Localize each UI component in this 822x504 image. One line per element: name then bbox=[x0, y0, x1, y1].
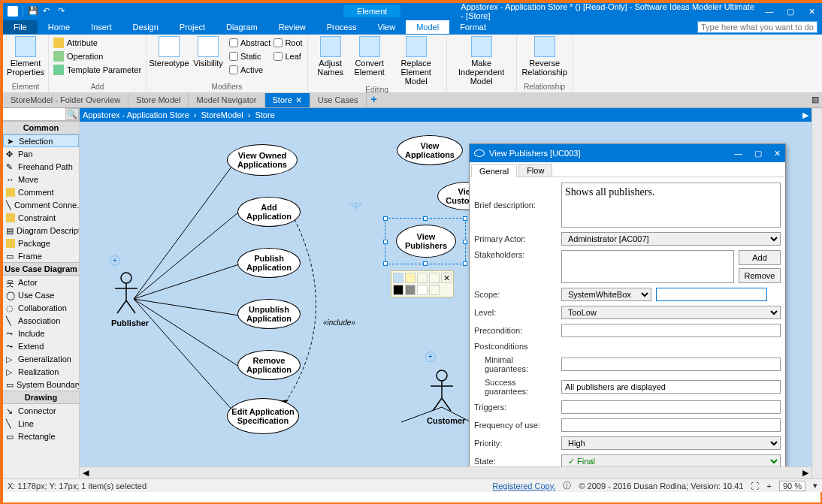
qat-icon-app[interactable] bbox=[8, 6, 18, 17]
ribbon-chk-active[interactable]: Active bbox=[229, 63, 270, 77]
close-icon[interactable]: ✕ bbox=[295, 95, 302, 104]
brief-desc-input[interactable]: Shows all publishers. bbox=[561, 183, 781, 228]
toolbox-header-drawing[interactable]: Drawing bbox=[3, 391, 79, 404]
doc-tabs-overflow-icon[interactable]: ▥ bbox=[811, 95, 819, 104]
doc-tab-model-navigator[interactable]: Model Navigator bbox=[189, 93, 264, 107]
menu-review[interactable]: Review bbox=[268, 20, 316, 34]
panel-maximize[interactable]: ▢ bbox=[754, 149, 762, 158]
min-guarantees-input[interactable] bbox=[561, 358, 781, 371]
menu-project[interactable]: Project bbox=[169, 20, 216, 34]
menu-process[interactable]: Process bbox=[316, 20, 367, 34]
ribbon-reverse-relationship[interactable]: Reverse Relationship bbox=[521, 36, 568, 77]
toolbox-search-input[interactable] bbox=[3, 108, 65, 120]
vscroll[interactable] bbox=[811, 108, 822, 478]
ribbon-chk-leaf[interactable]: Leaf bbox=[273, 50, 302, 63]
stakeholders-remove-button[interactable]: Remove bbox=[739, 268, 781, 283]
menu-model[interactable]: Model bbox=[406, 20, 449, 34]
tool-comment-conn[interactable]: ╲Comment Conne.. bbox=[3, 198, 79, 211]
tool-include[interactable]: ⤳Include bbox=[3, 327, 79, 340]
ribbon-replace-model[interactable]: Replace Element Model bbox=[391, 36, 442, 86]
tool-extend[interactable]: ⤳Extend bbox=[3, 340, 79, 352]
panel-tab-flow[interactable]: Flow bbox=[518, 164, 552, 177]
ribbon-convert-element[interactable]: Convert Element bbox=[352, 36, 388, 86]
tool-pan[interactable]: ✥Pan bbox=[3, 147, 79, 160]
tool-usecase[interactable]: ◯Use Case bbox=[3, 288, 79, 301]
ribbon-attribute[interactable]: Attribute bbox=[53, 36, 141, 50]
window-minimize[interactable]: — bbox=[759, 7, 780, 17]
tool-package[interactable]: Package bbox=[3, 237, 79, 249]
state-select[interactable]: ✓ Final bbox=[561, 454, 781, 466]
doc-tab-add-button[interactable]: + bbox=[367, 93, 382, 107]
diagram-canvas[interactable]: + + Publisher Customer View Applications… bbox=[80, 122, 811, 466]
stakeholders-list[interactable] bbox=[561, 250, 734, 283]
uc-add-app[interactable]: Add Application bbox=[237, 197, 301, 227]
tool-collab[interactable]: ◌Collaboration bbox=[3, 301, 79, 314]
scope-extra-input[interactable] bbox=[656, 288, 767, 301]
doc-tab-store-model[interactable]: Store Model bbox=[128, 93, 189, 107]
breadcrumb-3[interactable]: Store bbox=[255, 110, 274, 119]
tool-real[interactable]: ▷Realization bbox=[3, 365, 79, 378]
uc-edit-spec[interactable]: Edit Application Specification bbox=[227, 398, 299, 434]
precondition-input[interactable] bbox=[561, 324, 781, 337]
status-fitwidth-icon[interactable]: ⛶ bbox=[751, 481, 759, 490]
qat-undo-icon[interactable]: ↶ bbox=[43, 6, 53, 17]
uc-view-owned[interactable]: View Owned Applications bbox=[227, 144, 298, 176]
uc-view-apps[interactable]: View Applications bbox=[397, 135, 463, 165]
menu-insert[interactable]: Insert bbox=[80, 20, 122, 34]
window-maximize[interactable]: ▢ bbox=[780, 7, 801, 17]
menu-format[interactable]: Format bbox=[449, 20, 497, 34]
triggers-input[interactable] bbox=[561, 400, 781, 414]
priority-select[interactable]: High bbox=[561, 436, 781, 450]
toolbox-search-button[interactable]: 🔍 bbox=[65, 108, 79, 120]
tool-diag-desc[interactable]: ▤Diagram Descript.. bbox=[3, 224, 79, 237]
tool-assoc[interactable]: ╲Association bbox=[3, 314, 79, 327]
tool-actor[interactable]: 웃Actor bbox=[3, 276, 79, 288]
doc-tab-store[interactable]: Store✕ bbox=[265, 93, 310, 107]
breadcrumb-right-arrow-icon[interactable]: ▶ bbox=[802, 110, 808, 120]
ribbon-chk-static[interactable]: Static bbox=[229, 50, 270, 63]
tool-frame[interactable]: ▭Frame bbox=[3, 249, 79, 262]
qat-redo-icon[interactable]: ↷ bbox=[58, 6, 68, 17]
menu-file[interactable]: File bbox=[3, 20, 38, 34]
frequency-input[interactable] bbox=[561, 418, 781, 432]
menu-diagram[interactable]: Diagram bbox=[216, 20, 268, 34]
tool-selection[interactable]: ➤Selection bbox=[3, 134, 79, 147]
uc-unpublish[interactable]: Unpublish Application bbox=[237, 299, 301, 329]
uc-view-publishers[interactable]: View Publishers bbox=[396, 225, 456, 258]
success-guarantees-input[interactable] bbox=[561, 380, 781, 394]
add-element-icon[interactable]: + bbox=[425, 352, 436, 362]
toolbox-header-usecase[interactable]: Use Case Diagram bbox=[3, 262, 79, 276]
qat-save-icon[interactable]: 💾 bbox=[28, 6, 38, 17]
tool-move[interactable]: ↔Move bbox=[3, 173, 79, 186]
panel-titlebar[interactable]: View Publishers [UC003] —▢✕ bbox=[470, 144, 785, 162]
ribbon-make-independent[interactable]: Make Independent Model bbox=[452, 36, 512, 86]
tool-rect[interactable]: ▭Rectangle bbox=[3, 430, 79, 442]
stakeholders-add-button[interactable]: Add bbox=[739, 250, 781, 265]
status-info-icon[interactable]: ⓘ bbox=[563, 480, 571, 491]
ribbon-adjust-names[interactable]: Adjust Names bbox=[313, 36, 349, 86]
scope-select[interactable]: SystemWhiteBox bbox=[561, 288, 651, 301]
tool-sysbound[interactable]: ▭System Boundary bbox=[3, 378, 79, 391]
panel-minimize[interactable]: — bbox=[734, 149, 742, 158]
toolbox-header-common[interactable]: Common bbox=[3, 121, 79, 134]
tool-general[interactable]: ▷Generalization bbox=[3, 352, 79, 365]
ribbon-template-param[interactable]: Template Parameter bbox=[53, 63, 141, 77]
zoom-value[interactable]: 90 % bbox=[779, 481, 805, 491]
level-select[interactable]: TooLow bbox=[561, 306, 781, 319]
tool-connector[interactable]: ↘Connector bbox=[3, 404, 79, 417]
mini-toolbar[interactable]: ✕ bbox=[391, 270, 454, 297]
uc-publish[interactable]: Publish Application bbox=[237, 248, 301, 278]
doc-tab-usecases[interactable]: Use Cases bbox=[310, 93, 367, 107]
panel-close[interactable]: ✕ bbox=[774, 149, 781, 158]
zoom-dropdown-icon[interactable]: ▾ bbox=[813, 481, 817, 490]
menu-search-input[interactable] bbox=[697, 21, 817, 33]
tool-line[interactable]: ╲Line bbox=[3, 417, 79, 430]
menu-design[interactable]: Design bbox=[122, 20, 169, 34]
ribbon-visibility[interactable]: Visibility bbox=[190, 36, 226, 77]
primary-actor-select[interactable]: Administrator [AC007] bbox=[561, 232, 781, 246]
hscroll[interactable]: ◀▶ bbox=[80, 466, 811, 478]
context-tab-element[interactable]: Element bbox=[343, 5, 400, 17]
breadcrumb-2[interactable]: StoreModel bbox=[201, 110, 243, 119]
ribbon-chk-abstract[interactable]: Abstract bbox=[229, 36, 270, 50]
ribbon-chk-root[interactable]: Root bbox=[273, 36, 302, 50]
